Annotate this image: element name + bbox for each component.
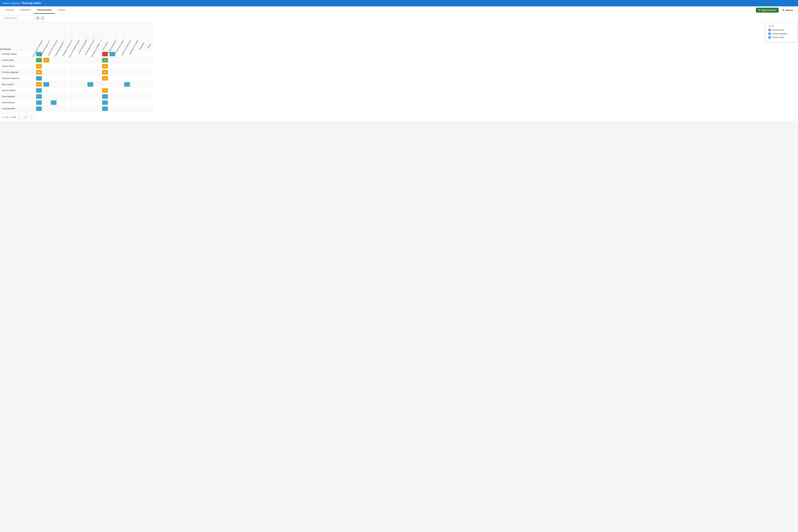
breadcrumb-sep2: / xyxy=(20,2,22,4)
matrix-cell-r1-c12 xyxy=(124,57,131,63)
user-name-7[interactable]: Omar Baldwin xyxy=(0,94,35,99)
matrix-cell-r3-c0: 38% xyxy=(35,69,43,75)
matrix-cell-r8-c15 xyxy=(146,99,153,106)
matrix-cell-r5-c6 xyxy=(79,81,87,88)
matrix-cell-r8-c9 xyxy=(101,99,109,106)
option-row-score[interactable]: Course score xyxy=(768,29,794,31)
option-row-code[interactable]: Course code xyxy=(768,36,794,38)
matrix-cell-r9-c14 xyxy=(138,106,146,112)
matrix-cell-r3-c1 xyxy=(43,69,50,75)
course-score-checkbox[interactable] xyxy=(768,29,771,31)
matrix-cell-r5-c8 xyxy=(94,81,101,88)
tab-timeline[interactable]: Timeline xyxy=(55,6,68,14)
course-progress-label: Course progress xyxy=(772,32,787,35)
matrix-cell-r4-c0 xyxy=(35,75,43,81)
matrix-cell-r4-c3 xyxy=(57,75,65,81)
matrix-cell-r5-c4 xyxy=(65,81,72,88)
cell-block-c-blue xyxy=(36,107,42,111)
matrix-cell-r1-c6 xyxy=(79,57,87,63)
course-score-label: Course score xyxy=(772,29,784,31)
matrix-cell-r6-c12 xyxy=(124,88,131,94)
cell-block-c-orange: 0% xyxy=(102,76,108,81)
cell-block-c-orange: 0% xyxy=(102,70,108,75)
prev-page-button[interactable]: ‹ xyxy=(18,115,21,119)
matrix-cell-r1-c1: 0% xyxy=(43,57,50,63)
search-input[interactable] xyxy=(3,16,35,20)
matrix-cell-r7-c0 xyxy=(35,94,43,99)
cell-block-c-orange: 0% xyxy=(43,58,49,62)
user-name-6[interactable]: Madison Baker xyxy=(0,88,35,94)
cell-block-c-orange: 62% xyxy=(36,82,42,87)
matrix-cell-r5-c1 xyxy=(43,81,50,88)
breadcrumb-home[interactable]: Home xyxy=(3,2,9,4)
matrix-cell-r8-c14 xyxy=(138,99,146,106)
matrix-cell-r1-c14 xyxy=(138,57,146,63)
matrix-cell-r7-c14 xyxy=(138,94,146,99)
user-name-4[interactable]: Shannon Anderson xyxy=(0,75,35,81)
cell-block-c-blue xyxy=(36,76,42,81)
tab-infographics[interactable]: Infographics xyxy=(17,6,34,14)
col-header-15: Testing xyxy=(146,22,153,51)
matrix-cell-r1-c2 xyxy=(50,57,57,63)
toolbar: i xyxy=(0,14,798,22)
export-icon: ⬇ xyxy=(758,9,760,11)
pagination-bar: 1 - 10 ▲ of 95 ‹ 1 › xyxy=(0,113,798,121)
col-header-4: Employee Training 101 (005) xyxy=(65,22,72,51)
matrix-cell-r1-c8 xyxy=(94,57,101,63)
matrix-cell-r9-c13 xyxy=(131,106,138,112)
matrix-cell-r9-c0 xyxy=(35,106,43,112)
matrix-cell-r8-c7 xyxy=(87,99,94,106)
page-number[interactable]: 1 xyxy=(23,115,28,119)
matrix-cell-r9-c12 xyxy=(124,106,131,112)
col-label-14: Marketing xyxy=(139,42,145,50)
matrix-cell-r3-c6 xyxy=(79,69,87,75)
matrix-cell-r2-c15 xyxy=(146,63,153,69)
col-header-2: Content and TalentLMS (003) xyxy=(50,22,57,51)
matrix-cell-r8-c12 xyxy=(124,99,131,106)
matrix-cell-r3-c2 xyxy=(50,69,57,75)
col-label-9: CMI content xyxy=(102,41,108,51)
info-button[interactable]: i xyxy=(41,16,44,20)
user-name-1[interactable]: Yannis Adam xyxy=(0,57,35,63)
export-excel-button[interactable]: ⬇ Export in Excel xyxy=(756,8,779,13)
matrix-cell-r2-c3 xyxy=(57,63,65,69)
tab-overview[interactable]: Overview xyxy=(3,6,17,14)
matrix-cell-r7-c13 xyxy=(131,94,138,99)
matrix-cell-r2-c10 xyxy=(109,63,116,69)
matrix-cell-r5-c7 xyxy=(87,81,94,88)
matrix-wrapper: ▶ Courses New Product Configurat... (001… xyxy=(0,22,798,113)
matrix-cell-r3-c3 xyxy=(57,69,65,75)
col-header-12: Health and Safety Essential xyxy=(124,22,131,51)
tabs-bar: Overview Infographics Training matrix Ti… xyxy=(0,6,798,14)
matrix-cell-r8-c13 xyxy=(131,99,138,106)
filter-button[interactable] xyxy=(36,16,39,20)
course-progress-checkbox[interactable] xyxy=(768,33,771,35)
user-name-2[interactable]: Ashley Adams xyxy=(0,63,35,69)
matrix-cell-r5-c9 xyxy=(101,81,109,88)
course-code-checkbox[interactable] xyxy=(768,36,771,38)
options-button[interactable]: ⚙ Options xyxy=(780,7,795,13)
matrix-cell-r8-c0 xyxy=(35,99,43,106)
matrix-cell-r8-c1 xyxy=(43,99,50,106)
next-page-button[interactable]: › xyxy=(30,115,33,119)
user-name-5[interactable]: Mary Aniston xyxy=(0,81,35,88)
matrix-cell-r3-c14 xyxy=(138,69,146,75)
gear-icon: ⚙ xyxy=(782,9,784,11)
cell-block-c-orange: 77% xyxy=(36,64,42,69)
user-name-3[interactable]: Christina Agluinda xyxy=(0,69,35,75)
option-row-progress[interactable]: Course progress xyxy=(768,32,794,35)
col-header-6: Social media (SAMP5) xyxy=(79,22,87,51)
tab-training-matrix[interactable]: Training matrix xyxy=(34,6,55,14)
svg-text:i: i xyxy=(42,17,43,19)
user-name-9[interactable]: Chad Burdette xyxy=(0,106,35,112)
cell-block-c-blue xyxy=(102,107,108,111)
matrix-cell-r4-c13 xyxy=(131,75,138,81)
cell-block-c-green: 78 xyxy=(102,58,108,62)
breadcrumb-reports[interactable]: Reports xyxy=(11,2,20,4)
matrix-cell-r2-c8 xyxy=(94,63,101,69)
col-header-10: Conflict Management xyxy=(109,22,116,51)
matrix-cell-r0-c14 xyxy=(138,51,146,57)
user-name-8[interactable]: Cheryl Barnet xyxy=(0,99,35,106)
user-name-0[interactable]: Charlotte Abbott xyxy=(0,51,35,57)
table-row: Ashley Adams77%0% xyxy=(0,63,153,69)
